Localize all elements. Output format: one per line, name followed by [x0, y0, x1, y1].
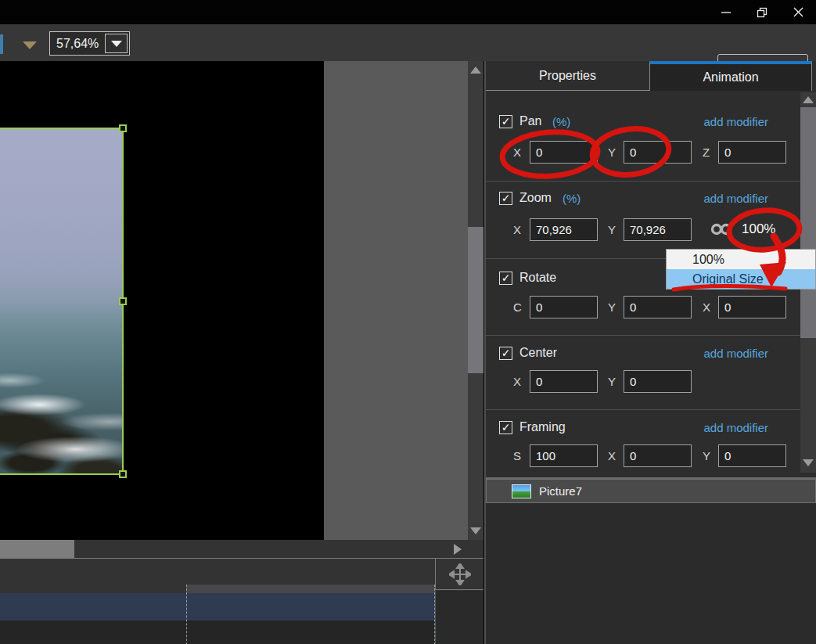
workspace-panel	[324, 61, 468, 540]
zoom-add-modifier-link[interactable]: add modifier	[703, 192, 768, 205]
timeline-lower-track	[0, 621, 435, 644]
rotate-y-label: Y	[608, 300, 616, 314]
scroll-down-icon[interactable]	[470, 527, 481, 534]
selected-image[interactable]	[0, 128, 124, 475]
properties-panel: Properties Animation ✓ Pan (%) add modif…	[484, 61, 816, 644]
tab-animation[interactable]: Animation	[649, 61, 812, 91]
scroll-up-icon[interactable]	[470, 67, 481, 74]
center-section-header: ✓ Center add modifier	[486, 346, 800, 362]
vertical-scrollbar-thumb[interactable]	[468, 227, 483, 373]
tool-dropdown-icon[interactable]	[23, 41, 37, 49]
rotate-x-input[interactable]	[718, 296, 786, 318]
menu-item-original-size[interactable]: Original Size	[667, 269, 815, 289]
framing-section-header: ✓ Framing add modifier	[486, 420, 800, 436]
titlebar	[0, 0, 816, 24]
close-window-button[interactable]	[780, 0, 816, 24]
timeline-slide-bar[interactable]	[0, 593, 435, 621]
framing-y-input[interactable]	[718, 444, 786, 467]
zoom-preset-dropdown[interactable]: 100%	[742, 221, 775, 237]
framing-fields-row: S X Y	[486, 444, 800, 468]
horizontal-scrollbar[interactable]	[0, 540, 483, 558]
rotate-label: Rotate	[519, 271, 556, 285]
tab-properties[interactable]: Properties	[486, 61, 649, 91]
center-x-input[interactable]	[530, 370, 598, 393]
scroll-up-icon[interactable]	[803, 96, 814, 103]
pan-x-label: X	[513, 146, 521, 159]
pan-fields-row: X Y Z	[486, 141, 800, 164]
zoom-level-dropdown-button[interactable]	[105, 34, 128, 53]
restore-icon	[757, 7, 767, 18]
resize-handle-bottom-right[interactable]	[119, 470, 127, 478]
timeline-track-strip	[186, 585, 435, 593]
minimize-button[interactable]	[708, 0, 744, 24]
center-checkbox[interactable]: ✓	[499, 347, 512, 360]
timeline-marker-line	[186, 585, 187, 644]
section-divider	[486, 409, 816, 410]
timeline-right-gutter	[435, 591, 483, 644]
image-thumbnail-icon	[512, 484, 531, 498]
animation-panel-body: ✓ Pan (%) add modifier X Y Z ✓ Zoom (%) …	[486, 91, 816, 479]
resize-handle-mid-right[interactable]	[119, 297, 127, 305]
pan-z-input[interactable]	[718, 141, 786, 164]
pan-checkbox[interactable]: ✓	[499, 115, 512, 128]
link-icon[interactable]	[710, 223, 733, 239]
rotate-x-label: X	[703, 300, 710, 314]
minimize-icon	[721, 8, 731, 17]
scroll-right-icon[interactable]	[454, 544, 462, 555]
restore-button[interactable]	[744, 0, 780, 24]
zoom-level-combobox[interactable]: 57,64%	[49, 31, 130, 56]
zoom-label: Zoom	[519, 191, 552, 205]
preview-canvas	[0, 61, 483, 540]
center-y-label: Y	[608, 375, 616, 388]
resize-handle-top-right[interactable]	[119, 124, 127, 132]
center-add-modifier-link[interactable]: add modifier	[703, 347, 768, 360]
zoom-level-value: 57,64%	[50, 37, 105, 51]
layer-row-picture7[interactable]: Picture7	[486, 479, 816, 503]
center-fields-row: X Y	[486, 370, 800, 394]
timeline-corner-cell	[435, 559, 483, 590]
center-x-label: X	[513, 375, 521, 388]
rotate-c-input[interactable]	[530, 296, 598, 318]
center-label: Center	[519, 346, 557, 360]
rotate-fields-row: C Y X	[486, 296, 800, 319]
horizontal-scrollbar-thumb[interactable]	[0, 540, 74, 558]
framing-label: Framing	[519, 420, 566, 434]
layer-list-empty-area	[486, 503, 816, 644]
framing-y-label: Y	[703, 449, 710, 462]
center-y-input[interactable]	[624, 370, 692, 393]
rotate-y-input[interactable]	[624, 296, 692, 318]
zoom-y-input[interactable]	[624, 218, 692, 241]
section-divider	[486, 335, 816, 336]
framing-add-modifier-link[interactable]: add modifier	[703, 421, 768, 434]
zoom-unit: (%)	[563, 192, 581, 205]
timeline-marker-line	[434, 585, 435, 644]
pan-y-input[interactable]	[624, 141, 692, 164]
zoom-preset-menu: 100% Original Size	[666, 249, 816, 290]
application-window: 57,64% Close	[0, 0, 816, 644]
pan-x-input[interactable]	[530, 141, 598, 164]
zoom-checkbox[interactable]: ✓	[499, 192, 512, 205]
vertical-scrollbar[interactable]	[468, 61, 483, 540]
framing-s-input[interactable]	[530, 444, 598, 467]
pan-add-modifier-link[interactable]: add modifier	[703, 115, 768, 128]
pan-section-header: ✓ Pan (%) add modifier	[486, 114, 800, 130]
image-surf	[0, 129, 122, 473]
framing-checkbox[interactable]: ✓	[499, 421, 512, 434]
rotate-checkbox[interactable]: ✓	[499, 272, 512, 285]
panel-scrollbar-thumb[interactable]	[800, 107, 816, 338]
zoom-x-input[interactable]	[530, 218, 598, 241]
menu-item-100-percent[interactable]: 100%	[667, 250, 815, 269]
framing-x-input[interactable]	[624, 444, 692, 467]
section-divider	[486, 181, 816, 182]
toolbar: 57,64% Close	[0, 24, 816, 61]
zoom-y-label: Y	[608, 223, 616, 236]
pan-label: Pan	[519, 114, 541, 128]
framing-s-label: S	[513, 449, 521, 462]
scroll-down-icon[interactable]	[803, 459, 814, 466]
zoom-fields-row: X Y 100%	[486, 218, 800, 242]
pan-unit: (%)	[552, 115, 570, 128]
close-icon	[793, 7, 803, 17]
timeline	[0, 558, 483, 644]
layer-name: Picture7	[539, 484, 582, 498]
framing-x-label: X	[608, 449, 616, 462]
